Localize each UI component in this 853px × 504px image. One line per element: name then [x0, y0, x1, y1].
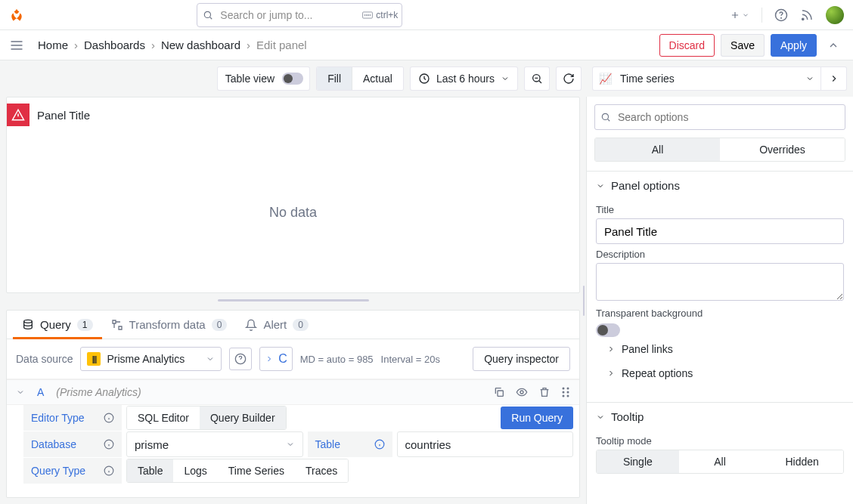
crumb-edit-panel: Edit panel — [256, 39, 307, 51]
svg-rect-13 — [498, 391, 503, 396]
transparent-toggle[interactable] — [596, 323, 620, 337]
qtype-logs-button[interactable]: Logs — [173, 459, 217, 482]
tab-alert[interactable]: Alert 0 — [236, 311, 318, 339]
zoom-out-button[interactable] — [524, 66, 550, 91]
search-icon — [203, 10, 213, 20]
info-icon[interactable] — [374, 439, 385, 450]
actual-button[interactable]: Actual — [352, 67, 403, 90]
toggle-visibility-icon[interactable] — [516, 386, 528, 398]
svg-point-3 — [367, 14, 368, 15]
clock-icon — [418, 73, 430, 85]
interval-meta: Interval = 20s — [381, 354, 440, 365]
datasource-label: Data source — [16, 353, 73, 365]
options-search-input[interactable] — [594, 104, 845, 130]
svg-point-5 — [370, 14, 371, 15]
qtype-timeseries-button[interactable]: Time Series — [218, 459, 295, 482]
query-builder-button[interactable]: Query Builder — [200, 407, 286, 429]
horizontal-splitter[interactable] — [6, 299, 580, 304]
description-textarea[interactable] — [596, 263, 844, 301]
transparent-label: Transparent background — [596, 308, 844, 319]
qtype-traces-button[interactable]: Traces — [295, 459, 348, 482]
chevron-down-icon — [501, 74, 510, 83]
grafana-logo[interactable] — [9, 8, 24, 23]
chevron-down-icon — [596, 413, 605, 422]
svg-point-0 — [205, 11, 211, 17]
panel-links-header[interactable]: Panel links — [596, 337, 844, 361]
datasource-logo: ||| — [87, 352, 101, 366]
tab-query[interactable]: Query 1 — [13, 311, 102, 339]
duplicate-query-icon[interactable] — [493, 386, 505, 398]
datasource-help-button[interactable] — [229, 348, 252, 370]
apply-button[interactable]: Apply — [771, 34, 817, 57]
panel-preview: Panel Title No data — [6, 97, 580, 293]
info-icon[interactable] — [104, 413, 114, 423]
table-label: Table — [308, 431, 392, 457]
news-icon[interactable] — [800, 8, 814, 22]
time-range-picker[interactable]: Last 6 hours — [410, 66, 518, 91]
divider — [761, 8, 762, 23]
warning-icon[interactable] — [7, 104, 29, 126]
database-select[interactable]: prisme — [126, 431, 303, 457]
svg-point-4 — [368, 14, 369, 15]
add-menu[interactable] — [730, 10, 749, 20]
svg-point-17 — [563, 391, 565, 394]
tooltip-all-button[interactable]: All — [679, 450, 761, 473]
chevron-right-icon — [606, 345, 616, 354]
search-icon — [600, 112, 611, 122]
qtype-table-button[interactable]: Table — [127, 459, 173, 482]
refresh-button[interactable] — [556, 66, 582, 91]
query-id[interactable]: A — [34, 386, 47, 398]
datasource-picker[interactable]: ||| Prisme Analytics — [80, 347, 222, 371]
svg-point-2 — [364, 14, 365, 15]
vertical-splitter[interactable] — [582, 97, 586, 504]
avatar[interactable] — [826, 6, 844, 24]
tooltip-mode-label: Tooltip mode — [596, 435, 844, 447]
info-icon[interactable] — [104, 465, 114, 476]
chevron-right-icon — [606, 369, 616, 378]
tooltip-hidden-button[interactable]: Hidden — [761, 450, 843, 473]
bell-icon — [245, 319, 257, 331]
run-query-button[interactable]: Run Query — [501, 407, 573, 429]
timeseries-icon: 📈 — [599, 73, 613, 85]
fill-button[interactable]: Fill — [317, 67, 352, 90]
tab-transform[interactable]: Transform data 0 — [102, 311, 237, 339]
panel-title: Panel Title — [37, 109, 90, 122]
visualization-picker[interactable]: 📈 Time series — [592, 66, 821, 91]
chevron-down-icon — [596, 181, 605, 190]
tab-all[interactable]: All — [595, 138, 720, 161]
repeat-options-header[interactable]: Repeat options — [596, 361, 844, 385]
tooltip-single-button[interactable]: Single — [597, 450, 679, 473]
info-icon[interactable] — [104, 439, 114, 450]
crumb-home[interactable]: Home — [38, 39, 68, 51]
svg-point-19 — [563, 395, 565, 397]
save-button[interactable]: Save — [721, 34, 765, 57]
collapse-options-icon[interactable] — [823, 39, 844, 51]
tab-overrides[interactable]: Overrides — [720, 138, 845, 161]
title-label: Title — [596, 204, 844, 215]
sql-editor-button[interactable]: SQL Editor — [127, 407, 200, 429]
svg-point-8 — [802, 18, 804, 20]
table-select[interactable]: countries — [397, 431, 574, 457]
expand-viz-button[interactable] — [821, 66, 847, 91]
query-inspector-button[interactable]: Query inspector — [473, 347, 570, 371]
md-meta: MD = auto = 985 — [300, 354, 374, 365]
transform-icon — [111, 319, 123, 331]
collapse-query-icon[interactable] — [16, 388, 25, 397]
query-type-label: Query Type — [23, 458, 122, 484]
svg-point-25 — [602, 113, 608, 119]
discard-button[interactable]: Discard — [659, 34, 715, 57]
mixed-datasource-button[interactable]: C — [259, 347, 293, 371]
tooltip-header[interactable]: Tooltip — [587, 403, 853, 431]
drag-handle-icon[interactable] — [561, 386, 570, 398]
menu-icon[interactable] — [9, 38, 24, 53]
panel-options-header[interactable]: Panel options — [587, 172, 853, 199]
description-label: Description — [596, 249, 844, 260]
crumb-new-dashboard[interactable]: New dashboard — [161, 39, 240, 51]
help-icon[interactable] — [774, 8, 788, 22]
title-input[interactable] — [596, 218, 844, 244]
delete-query-icon[interactable] — [538, 386, 551, 398]
search-shortcut: ctrl+k — [362, 10, 398, 20]
editor-type-label: Editor Type — [23, 405, 122, 431]
table-view-toggle[interactable]: Table view — [217, 66, 310, 91]
crumb-dashboards[interactable]: Dashboards — [84, 39, 145, 51]
